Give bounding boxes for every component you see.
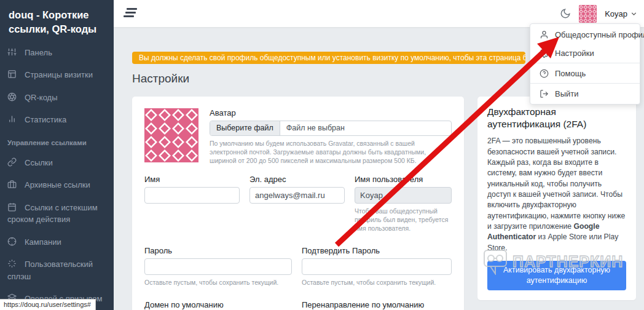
password-confirm-field[interactable] (302, 258, 452, 275)
email-label: Эл. адрес (249, 175, 345, 184)
user-icon (540, 30, 549, 39)
loader-icon (7, 259, 17, 268)
avatar-help-text: По умолчанию мы будем использовать Grava… (210, 139, 452, 165)
menu-divider (530, 83, 640, 84)
sidebar-item-archived-links[interactable]: Архивные ссылки (0, 179, 114, 191)
link-url-tooltip: https://douq.ru/user/settings# (0, 299, 96, 310)
menu-divider (530, 63, 640, 63)
crosshair-icon (7, 237, 17, 246)
gear-icon (540, 49, 549, 58)
twofa-description: 2FA — это повышенный уровень безопасност… (487, 136, 626, 253)
sidebar-item-label: Статистика (25, 115, 66, 124)
sidebar-item-label: Панель (25, 48, 52, 57)
sidebar-item-campaigns[interactable]: Кампании (0, 236, 114, 248)
sidebar-item-label: Кампании (25, 237, 61, 247)
choose-file-button[interactable]: Выберите файл (210, 121, 280, 135)
bar-chart-icon (7, 114, 17, 124)
password-confirm-help-text: Оставьте пустым, чтобы сохранить текущий… (302, 278, 452, 287)
user-dropdown-menu: Общедоступный профиль Настройки Помощь В… (530, 23, 640, 105)
app-window: douq - Короткие ссылки, QR-коды Панель С… (0, 0, 644, 310)
username-label: Koyap (605, 9, 627, 18)
app-title: douq - Короткие ссылки, QR-коды (0, 0, 114, 41)
moon-icon (560, 8, 571, 19)
sidebar-item-expired-links[interactable]: Ссылки с истекшим сроком действия (0, 202, 114, 226)
briefcase-icon (7, 180, 17, 189)
sliders-icon (7, 47, 17, 57)
warning-banner: Вы должны сделать свой профиль общедосту… (132, 52, 525, 64)
aperture-icon (7, 92, 17, 101)
sidebar-item-label: Страницы визитки (25, 70, 93, 79)
sidebar-item-links[interactable]: Ссылки (0, 157, 114, 169)
avatar-preview (144, 108, 198, 162)
email-field[interactable] (249, 187, 345, 204)
sidebar-item-dashboard[interactable]: Панель (0, 47, 114, 59)
menu-item-label: Помощь (555, 69, 586, 78)
avatar[interactable] (579, 5, 597, 23)
menu-item-help[interactable]: Помощь (530, 64, 640, 82)
menu-item-label: Настройки (555, 49, 594, 58)
password-label: Пароль (144, 246, 292, 255)
logout-icon (540, 89, 549, 98)
sidebar-item-label: Ссылки с истекшим сроком действия (7, 203, 98, 225)
menu-item-label: Общедоступный профиль (555, 30, 644, 39)
default-domain-label: Домен по умолчанию (144, 300, 292, 309)
twofa-title: Двухфакторная аутентификация (2FA) (487, 106, 626, 130)
menu-item-public-profile[interactable]: Общедоступный профиль (530, 25, 640, 44)
password-field[interactable] (144, 258, 292, 275)
sidebar-item-label: Пользовательский сплэш (7, 260, 93, 281)
sidebar-item-custom-splash[interactable]: Пользовательский сплэш (0, 258, 114, 282)
user-menu-trigger[interactable]: Koyap (605, 9, 638, 18)
dark-mode-toggle[interactable] (560, 8, 571, 19)
menu-item-logout[interactable]: Выйти (530, 84, 640, 103)
avatar-file-input[interactable]: Выберите файл Файл не выбран (210, 121, 452, 136)
chevron-down-icon (630, 10, 638, 18)
password-confirm-label: Подтвердить Пароль (302, 246, 452, 255)
activate-2fa-button[interactable]: Активировать двухфакторную аутентификаци… (487, 261, 626, 290)
sidebar-item-bio-pages[interactable]: Страницы визитки (0, 69, 114, 81)
username-help-text: Чтобы ваш общедоступный профиль был виде… (355, 207, 452, 233)
file-status-text: Файл не выбран (280, 121, 351, 135)
username-field (355, 187, 452, 204)
name-label: Имя (144, 175, 240, 184)
hamburger-menu-icon[interactable] (124, 8, 137, 18)
sidebar-item-label: QR-коды (25, 93, 58, 102)
username-label: Имя пользователя (355, 175, 452, 184)
sidebar-item-statistics[interactable]: Статистика (0, 114, 114, 126)
avatar-label: Аватар (210, 108, 452, 117)
sidebar-section-links-management: Управление ссылками (0, 137, 114, 149)
password-help-text: Оставьте пустым, чтобы сохранить текущий… (144, 278, 292, 287)
link-icon (7, 157, 17, 167)
settings-form-card: Аватар Выберите файл Файл не выбран По у… (132, 97, 464, 310)
layout-icon (7, 70, 17, 79)
sidebar-item-qr-codes[interactable]: QR-коды (0, 92, 114, 104)
twofa-card: Двухфакторная аутентификация (2FA) 2FA —… (477, 97, 636, 300)
name-field[interactable] (144, 187, 240, 204)
default-redirect-label: Перенаправление по умолчанию (302, 300, 452, 309)
sidebar-item-label: Ссылки (25, 158, 53, 167)
sidebar: douq - Короткие ссылки, QR-коды Панель С… (0, 0, 114, 310)
sidebar-item-label: Архивные ссылки (25, 180, 90, 189)
menu-item-label: Выйти (555, 89, 579, 98)
menu-item-settings[interactable]: Настройки (530, 44, 640, 62)
calendar-icon (7, 202, 17, 212)
help-circle-icon (540, 69, 549, 78)
twofa-text: 2FA — это повышенный уровень безопасност… (487, 137, 625, 231)
